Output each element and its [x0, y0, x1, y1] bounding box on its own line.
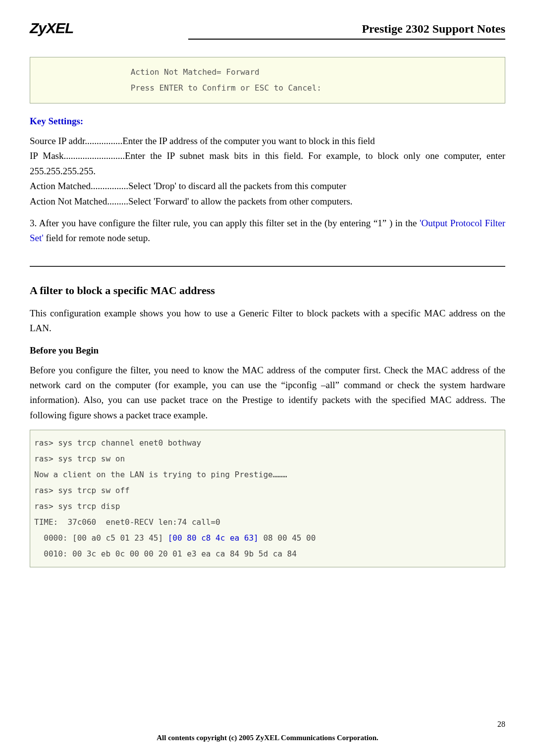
- setting-source-ip: Source IP addr................Enter the …: [30, 134, 505, 149]
- copyright-footer: All contents copyright (c) 2005 ZyXEL Co…: [0, 734, 535, 742]
- terminal-line: 0000: [00 a0 c5 01 23 45] [00 80 c8 4c e…: [34, 530, 501, 546]
- config-snippet-box: Action Not Matched= Forward Press ENTER …: [30, 57, 505, 103]
- section-divider: [30, 266, 505, 267]
- page-header: ZyXEL Prestige 2302 Support Notes: [30, 20, 505, 37]
- highlighted-mac: [00 80 c8 4c ea 63]: [168, 533, 259, 543]
- title-underline: [188, 39, 505, 40]
- before-you-begin-heading: Before you Begin: [30, 345, 505, 356]
- before-you-begin-text: Before you configure the filter, you nee…: [30, 363, 505, 423]
- terminal-line: Now a client on the LAN is trying to pin…: [34, 467, 501, 483]
- document-title: Prestige 2302 Support Notes: [362, 22, 505, 36]
- mac-filter-intro: This configuration example shows you how…: [30, 306, 505, 336]
- terminal-line: ras> sys trcp disp: [34, 499, 501, 514]
- terminal-line: ras> sys trcp sw on: [34, 451, 501, 467]
- terminal-line: TIME: 37c060 enet0-RECV len:74 call=0: [34, 514, 501, 530]
- code-line: Action Not Matched= Forward: [35, 64, 500, 80]
- page-number: 28: [497, 720, 505, 729]
- text-fragment: 08 00 45 00: [259, 533, 316, 543]
- terminal-line: ras> sys trcp channel enet0 bothway: [34, 435, 501, 451]
- packet-trace-box: ras> sys trcp channel enet0 bothway ras>…: [30, 430, 505, 567]
- text-fragment: 0000: [00 a0 c5 01 23 45]: [34, 533, 168, 543]
- key-settings-heading: Key Settings:: [30, 116, 505, 127]
- setting-action-matched: Action Matched................Select 'Dr…: [30, 179, 505, 194]
- brand-logo: ZyXEL: [30, 20, 73, 37]
- page: ZyXEL Prestige 2302 Support Notes Action…: [0, 0, 535, 756]
- text-fragment: field for remote node setup.: [44, 233, 150, 243]
- code-line: Press ENTER to Confirm or ESC to Cancel:: [35, 80, 500, 96]
- setting-action-not-matched: Action Not Matched.........Select 'Forwa…: [30, 194, 505, 209]
- mac-filter-heading: A filter to block a specific MAC address: [30, 284, 505, 297]
- terminal-line: ras> sys trcp sw off: [34, 483, 501, 499]
- terminal-line: 0010: 00 3c eb 0c 00 00 20 01 e3 ea ca 8…: [34, 546, 501, 562]
- apply-filter-paragraph: 3. After you have configure the filter r…: [30, 216, 505, 246]
- setting-ip-mask: IP Mask..........................Enter t…: [30, 149, 505, 179]
- text-fragment: 3. After you have configure the filter r…: [30, 218, 420, 228]
